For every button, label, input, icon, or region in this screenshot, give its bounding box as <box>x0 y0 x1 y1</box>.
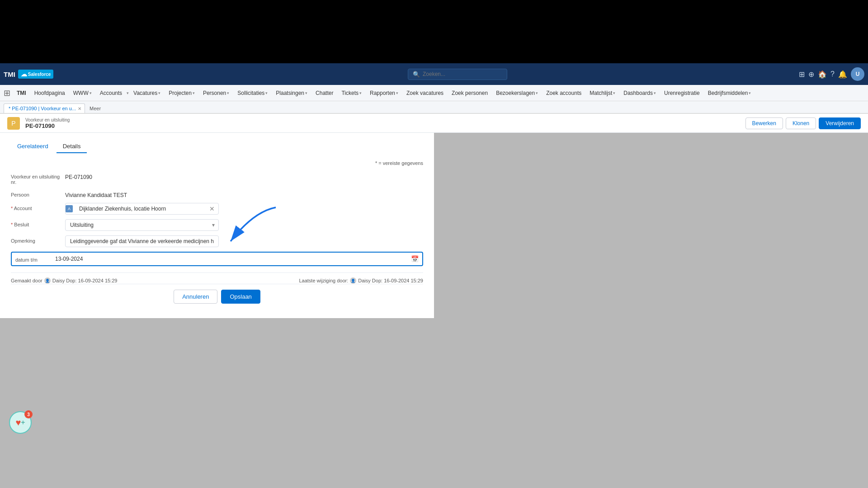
logo-tmi: TMI <box>4 70 15 78</box>
menu-item-rapporten[interactable]: Rapporten ▾ <box>366 88 402 98</box>
calendar-icon[interactable]: 📅 <box>411 255 419 263</box>
nav-right-icons: ⊞ ⊕ 🏠 ? 🔔 U <box>799 67 864 81</box>
tab-label: * PE-071090 | Voorkeur en u... <box>9 106 76 111</box>
besluit-select[interactable]: Uitsluiting Voorkeur <box>66 220 208 230</box>
menu-bar: ⊞ TMI Hoofdpagina WWW ▾ Accounts▾ Vacatu… <box>0 85 868 101</box>
menu-item-tmi[interactable]: TMI <box>13 88 30 98</box>
form-row-besluit: Besluit Uitsluiting Voorkeur ▾ <box>11 219 423 231</box>
search-container: 🔍 <box>408 69 507 80</box>
menu-item-chatter[interactable]: Chatter <box>312 88 337 98</box>
besluit-select-wrapper: Uitsluiting Voorkeur ▾ <box>65 219 219 231</box>
persoon-label: Persoon <box>11 189 65 197</box>
tab-gerelateerd[interactable]: Gerelateerd <box>11 140 55 153</box>
apps-grid-icon[interactable]: ⊞ <box>4 88 10 98</box>
menu-item-projecten[interactable]: Projecten ▾ <box>165 88 198 98</box>
grid-icon[interactable]: ⊞ <box>799 70 805 79</box>
opmerking-label: Opmerking <box>11 235 65 244</box>
logo-salesforce: ☁ Salesforce <box>18 70 54 79</box>
laatste-value: Daisy Dop: 16-09-2024 15:29 <box>358 278 423 283</box>
search-icon: 🔍 <box>413 71 420 78</box>
record-subtitle: Voorkeur en uitsluiting <box>25 117 70 122</box>
date-row-highlighted: datum t/m 📅 <box>11 252 423 266</box>
menu-item-urenregistratie[interactable]: Urenregistratie <box>660 88 703 98</box>
menu-item-matchlijst[interactable]: Matchlijst ▾ <box>586 88 619 98</box>
tab-close-icon[interactable]: ✕ <box>78 106 81 111</box>
menu-item-www[interactable]: WWW ▾ <box>70 88 95 98</box>
sub-tabs: Gerelateerd Details <box>11 140 423 153</box>
menu-item-tickets[interactable]: Tickets ▾ <box>338 88 365 98</box>
klonen-button[interactable]: Klonen <box>786 117 816 129</box>
required-note: * = vereiste gegevens <box>11 160 423 166</box>
menu-item-dashboards[interactable]: Dashboards ▾ <box>620 88 660 98</box>
app-logo[interactable]: TMI ☁ Salesforce <box>4 70 53 79</box>
form-row-opmerking: Opmerking <box>11 235 423 247</box>
menu-item-zoek-personen[interactable]: Zoek personen <box>448 88 491 98</box>
top-black-bar <box>0 0 868 63</box>
form-panel: Gerelateerd Details * = vereiste gegeven… <box>0 133 434 318</box>
plus-icon: + <box>21 418 25 427</box>
account-label: Account <box>11 203 65 211</box>
account-input-wrapper: A ✕ <box>65 203 219 215</box>
form-footer: Gemaakt door 👤 Daisy Dop: 16-09-2024 15:… <box>11 272 423 284</box>
account-type-icon: A <box>66 205 73 212</box>
form-row-voorkeur: Voorkeur en uitsluiting nr. PE-071090 <box>11 171 423 185</box>
record-actions: Bewerken Klonen Verwijderen <box>745 117 861 129</box>
action-buttons-bar: Annuleren Opslaan <box>11 284 423 311</box>
search-input[interactable] <box>423 71 502 77</box>
menu-item-sollicitaties[interactable]: Sollicitaties ▾ <box>234 88 271 98</box>
heart-icon: ♥ <box>15 418 21 428</box>
menu-item-personen[interactable]: Personen ▾ <box>199 88 233 98</box>
gemaakt-door-value: Daisy Dop: 16-09-2024 15:29 <box>52 278 118 283</box>
datum-label: datum t/m <box>15 256 52 263</box>
opmerking-input[interactable] <box>65 235 219 247</box>
menu-item-bedrijfsmiddelen[interactable]: Bedrijfsmiddelen ▾ <box>704 88 755 98</box>
form-row-persoon: Persoon Vivianne Kandidaat TEST <box>11 189 423 198</box>
help-icon[interactable]: ? <box>830 70 835 78</box>
user-avatar[interactable]: U <box>851 67 864 81</box>
persoon-value: Vivianne Kandidaat TEST <box>65 189 423 198</box>
notification-badge: 3 <box>24 410 33 418</box>
tab-more[interactable]: Meer <box>86 104 104 113</box>
bewerken-button[interactable]: Bewerken <box>745 117 783 129</box>
notification-bubble[interactable]: 3 ♥ + <box>9 411 32 434</box>
account-clear-icon[interactable]: ✕ <box>206 205 218 212</box>
record-header: P Voorkeur en uitsluiting PE-071090 Bewe… <box>0 114 868 133</box>
tab-record[interactable]: * PE-071090 | Voorkeur en u... ✕ <box>4 103 85 113</box>
voorkeur-label: Voorkeur en uitsluiting nr. <box>11 171 65 185</box>
content-area: Gerelateerd Details * = vereiste gegeven… <box>0 133 868 488</box>
form-row-account: Account A ✕ <box>11 203 423 215</box>
record-id: PE-071090 <box>25 122 70 129</box>
tab-bar: * PE-071090 | Voorkeur en u... ✕ Meer <box>0 101 868 114</box>
besluit-chevron-icon: ▾ <box>208 222 218 228</box>
home-icon[interactable]: 🏠 <box>818 70 827 79</box>
gemaakt-door-label: Gemaakt door <box>11 278 42 283</box>
record-icon: P <box>7 117 20 130</box>
nav-bar: TMI ☁ Salesforce 🔍 ⊞ ⊕ 🏠 ? 🔔 U <box>0 63 868 85</box>
add-icon[interactable]: ⊕ <box>808 70 814 79</box>
gemaakt-user-icon: 👤 <box>44 277 51 284</box>
menu-item-vacatures[interactable]: Vacatures ▾ <box>130 88 164 98</box>
account-input[interactable] <box>75 203 206 214</box>
laatste-user-icon: 👤 <box>350 277 356 284</box>
opslaan-button[interactable]: Opslaan <box>221 290 260 304</box>
annuleren-button[interactable]: Annuleren <box>174 290 217 304</box>
laatste-label: Laatste wijziging door: <box>299 278 348 283</box>
datum-input[interactable] <box>55 254 407 264</box>
menu-item-accounts[interactable]: Accounts <box>96 88 126 98</box>
gemaakt-door: Gemaakt door 👤 Daisy Dop: 16-09-2024 15:… <box>11 277 117 284</box>
menu-item-plaatsingen[interactable]: Plaatsingen ▾ <box>272 88 311 98</box>
menu-item-hoofdpagina[interactable]: Hoofdpagina <box>31 88 69 98</box>
bell-icon[interactable]: 🔔 <box>838 70 847 79</box>
laatste-wijziging: Laatste wijziging door: 👤 Daisy Dop: 16-… <box>299 277 423 284</box>
tab-details[interactable]: Details <box>57 140 87 153</box>
menu-item-zoek-vacatures[interactable]: Zoek vacatures <box>403 88 447 98</box>
voorkeur-value: PE-071090 <box>65 171 423 180</box>
record-title-block: Voorkeur en uitsluiting PE-071090 <box>25 117 70 129</box>
menu-item-bezoekerslagen[interactable]: Bezoekerslagen ▾ <box>492 88 542 98</box>
verwijderen-button[interactable]: Verwijderen <box>819 117 861 129</box>
besluit-label: Besluit <box>11 219 65 227</box>
menu-item-zoek-accounts[interactable]: Zoek accounts <box>542 88 585 98</box>
